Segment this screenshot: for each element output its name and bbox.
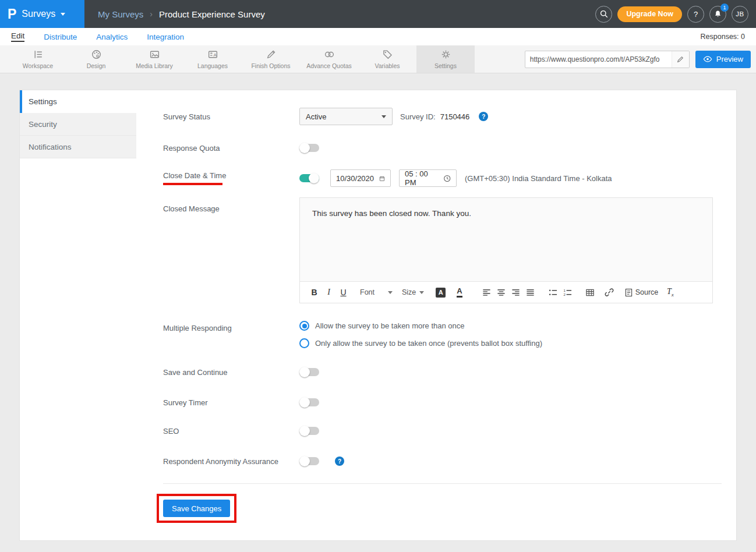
caret-down-icon bbox=[381, 115, 386, 118]
radio-option-multiple-times[interactable]: Allow the survey to be taken more than o… bbox=[299, 321, 542, 331]
survey-url-input[interactable] bbox=[525, 55, 672, 63]
close-date-time-label-wrap: Close Date & Time bbox=[163, 171, 299, 185]
breadcrumb: My Surveys › Product Experience Survey bbox=[98, 9, 265, 19]
align-center-button[interactable] bbox=[494, 285, 508, 300]
toolbar-item-label: Languages bbox=[197, 62, 228, 69]
respondent-anonymity-help-icon[interactable]: ? bbox=[335, 457, 344, 466]
insert-table-button[interactable] bbox=[583, 285, 598, 300]
caret-down-icon bbox=[388, 291, 393, 294]
remove-format-button[interactable]: Tx bbox=[663, 285, 677, 300]
tab-edit[interactable]: Edit bbox=[11, 31, 24, 42]
bullet-list-button[interactable] bbox=[546, 285, 560, 300]
size-dropdown[interactable]: Size bbox=[397, 285, 429, 300]
save-changes-button[interactable]: Save Changes bbox=[163, 500, 230, 517]
survey-status-select[interactable]: Active bbox=[299, 108, 393, 125]
help-button[interactable]: ? bbox=[687, 6, 704, 23]
save-and-continue-row: Save and Continue bbox=[163, 363, 722, 381]
toolbar-item-advance-quotas[interactable]: Advance Quotas bbox=[300, 45, 358, 73]
respondent-anonymity-toggle[interactable] bbox=[299, 457, 319, 465]
radio-option-once-only[interactable]: Only allow the survey to be taken once (… bbox=[299, 338, 542, 348]
settings-icon bbox=[440, 49, 451, 60]
survey-timer-toggle[interactable] bbox=[299, 398, 319, 406]
responses-count: Responses: 0 bbox=[701, 33, 745, 41]
radio-option-label: Allow the survey to be taken more than o… bbox=[315, 321, 465, 330]
tab-distribute[interactable]: Distribute bbox=[44, 33, 77, 41]
survey-tabs-nav: Edit Distribute Analytics Integration Re… bbox=[0, 28, 756, 45]
save-and-continue-toggle[interactable] bbox=[299, 368, 319, 376]
numbered-list-button[interactable]: 12 bbox=[560, 285, 575, 300]
survey-id-help-icon[interactable]: ? bbox=[479, 112, 488, 121]
underline-button[interactable]: U bbox=[336, 285, 351, 300]
multiple-responding-label: Multiple Responding bbox=[163, 320, 299, 332]
close-time-input[interactable]: 05 : 00 PM bbox=[399, 169, 457, 187]
upgrade-now-button[interactable]: Upgrade Now bbox=[617, 6, 682, 22]
svg-text:1: 1 bbox=[563, 288, 566, 292]
search-button[interactable] bbox=[595, 6, 612, 23]
toolbar-item-label: Design bbox=[87, 62, 106, 69]
toolbar-item-label: Variables bbox=[375, 62, 400, 69]
toolbar-item-label: Workspace bbox=[23, 62, 53, 69]
align-right-icon bbox=[511, 288, 520, 297]
caret-down-icon bbox=[419, 291, 424, 294]
design-icon bbox=[91, 49, 102, 60]
insert-link-button[interactable] bbox=[602, 285, 617, 300]
user-avatar[interactable]: JB bbox=[732, 6, 748, 23]
variables-icon bbox=[382, 49, 393, 60]
toolbar-item-design[interactable]: Design bbox=[67, 45, 125, 73]
preview-button[interactable]: Preview bbox=[695, 51, 751, 68]
sidebar-item-settings[interactable]: Settings bbox=[20, 90, 136, 113]
toolbar-item-label: Media Library bbox=[136, 62, 173, 69]
notifications-button[interactable]: 1 bbox=[709, 6, 726, 23]
toggle-knob bbox=[299, 456, 310, 466]
product-switcher[interactable]: P Surveys bbox=[0, 0, 84, 28]
survey-timer-label: Survey Timer bbox=[163, 398, 299, 407]
tab-analytics[interactable]: Analytics bbox=[96, 33, 128, 41]
align-justify-icon bbox=[526, 288, 535, 297]
response-quota-toggle[interactable] bbox=[299, 144, 319, 152]
toolbar-item-finish-options[interactable]: Finish Options bbox=[242, 45, 300, 73]
chevron-down-icon bbox=[61, 13, 65, 16]
edit-url-button[interactable] bbox=[672, 51, 689, 68]
text-color-button[interactable]: A bbox=[454, 285, 471, 300]
toolbar-item-workspace[interactable]: Workspace bbox=[9, 45, 67, 73]
toolbar-item-label: Advance Quotas bbox=[306, 62, 352, 69]
source-button[interactable]: Source bbox=[625, 285, 659, 300]
background-color-button[interactable]: A bbox=[433, 285, 454, 300]
italic-button[interactable]: I bbox=[322, 285, 336, 300]
font-dropdown[interactable]: Font bbox=[355, 285, 397, 300]
sidebar-item-notifications[interactable]: Notifications bbox=[20, 136, 136, 158]
closed-message-textarea[interactable]: This survey has been closed now. Thank y… bbox=[300, 198, 712, 281]
toolbar-item-variables[interactable]: Variables bbox=[358, 45, 416, 73]
calendar-icon bbox=[379, 174, 385, 183]
close-date-input[interactable]: 10/30/2020 bbox=[330, 169, 391, 187]
source-icon bbox=[625, 288, 633, 297]
bell-icon bbox=[713, 9, 722, 19]
seo-toggle[interactable] bbox=[299, 427, 319, 435]
align-left-button[interactable] bbox=[479, 285, 494, 300]
pencil-icon bbox=[676, 55, 684, 63]
toolbar-item-languages[interactable]: A Languages bbox=[183, 45, 242, 73]
toggle-knob bbox=[299, 397, 310, 408]
font-dropdown-label: Font bbox=[360, 288, 375, 296]
close-time-value: 05 : 00 PM bbox=[405, 169, 438, 187]
toolbar-item-settings[interactable]: Settings bbox=[416, 45, 475, 73]
closed-message-row: Closed Message This survey has been clos… bbox=[163, 197, 722, 303]
numbered-list-icon: 12 bbox=[563, 288, 572, 297]
close-date-time-toggle[interactable] bbox=[299, 174, 319, 182]
align-center-icon bbox=[497, 288, 506, 297]
tab-integration[interactable]: Integration bbox=[147, 33, 184, 41]
caret-down-icon bbox=[447, 291, 452, 294]
eye-icon bbox=[703, 55, 712, 63]
align-justify-button[interactable] bbox=[523, 285, 538, 300]
text-color-letter: A bbox=[457, 287, 462, 297]
align-right-button[interactable] bbox=[508, 285, 523, 300]
media-library-icon bbox=[149, 49, 160, 60]
radio-unselected-icon bbox=[299, 338, 309, 348]
response-quota-row: Response Quota bbox=[163, 139, 722, 157]
seo-row: SEO bbox=[163, 422, 722, 440]
bold-button[interactable]: B bbox=[307, 285, 322, 300]
toolbar-item-media-library[interactable]: Media Library bbox=[125, 45, 183, 73]
search-icon bbox=[599, 9, 609, 19]
breadcrumb-my-surveys[interactable]: My Surveys bbox=[98, 9, 143, 19]
sidebar-item-security[interactable]: Security bbox=[20, 113, 136, 136]
